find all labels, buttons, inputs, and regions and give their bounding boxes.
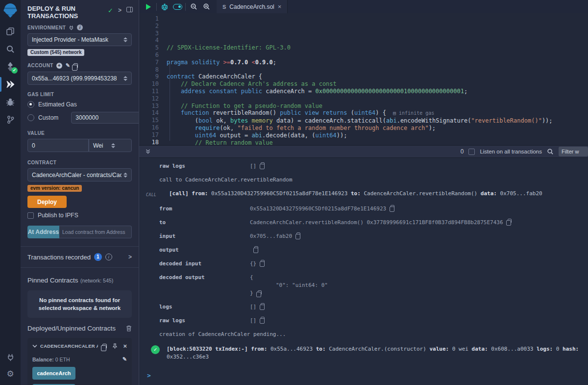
search-icon[interactable] (0, 40, 21, 58)
copy-icon[interactable] (261, 260, 265, 264)
code-line[interactable]: (bool ok, bytes memory data) = cadenceAr… (167, 117, 588, 125)
copy-icon[interactable] (254, 246, 258, 251)
evm-version-badge: evm version: cancun (27, 185, 82, 192)
copy-icon[interactable] (261, 317, 265, 321)
line-number: 11 (139, 88, 167, 95)
code-line[interactable] (167, 37, 588, 44)
deployed-contracts-title: Deployed/Unpinned Contracts (27, 325, 116, 332)
code-line[interactable] (167, 66, 588, 74)
edit-account-icon[interactable]: ✎ (66, 62, 71, 69)
transactions-recorded-label: Transactions recorded (27, 254, 91, 261)
custom-gas-option[interactable]: Custom (27, 112, 132, 124)
trash-icon[interactable] (126, 325, 132, 332)
tab-cadencearch-sol[interactable]: S CadenceArch.sol × (217, 0, 288, 13)
code-line[interactable]: address constant public cadenceArch = 0x… (167, 88, 588, 95)
code-editor[interactable]: 123456789101112131415161718 // SPDX-Lice… (139, 13, 588, 145)
terminal-prompt[interactable]: > (146, 372, 588, 379)
line-number: 3 (139, 30, 167, 37)
zoom-out-icon[interactable] (187, 3, 200, 10)
copy-icon[interactable] (261, 303, 265, 308)
editor-code[interactable]: // SPDX-License-Identifier: GPL-3.0 prag… (167, 15, 588, 145)
copy-account-icon[interactable] (74, 63, 78, 68)
at-address-button[interactable]: At Address (27, 226, 59, 238)
copy-address-icon[interactable] (102, 344, 107, 349)
environment-select[interactable]: Injected Provider - MetaMask (27, 33, 132, 46)
run-script-icon[interactable] (142, 4, 155, 10)
code-line[interactable]: // Function to get a pseudo-random value (167, 103, 588, 110)
estimated-gas-option[interactable]: Estimated Gas (27, 101, 132, 108)
contract-select[interactable]: CadenceArchCaler - contracts/Cac (27, 168, 132, 181)
contract-instance-title[interactable]: CADENCEARCHCALER AT 0X377 (40, 343, 98, 349)
account-select[interactable]: 0x55a...46923 (999.9999453238 (27, 72, 132, 85)
radio-selected-icon[interactable] (27, 101, 34, 108)
custom-gas-input[interactable] (71, 112, 139, 124)
filter-input[interactable] (559, 147, 588, 156)
tx-success-icon: ✓ (151, 345, 160, 354)
deployed-contract-card: CADENCEARCHCALER AT 0X377 × Balance: 0 E… (27, 338, 132, 385)
terminal-search-icon[interactable] (547, 148, 554, 155)
deploy-run-icon[interactable] (0, 76, 21, 93)
copy-icon[interactable] (258, 290, 262, 295)
terminal-row: CALL[call] from: 0x55a1320D432759960C5Df… (146, 190, 588, 199)
deploy-button[interactable]: Deploy (27, 196, 67, 208)
radio-unselected-icon[interactable] (27, 114, 34, 121)
at-address-input[interactable] (59, 226, 132, 238)
collapse-icon[interactable] (32, 344, 37, 348)
publish-ipfs-option[interactable]: Publish to IPFS (27, 212, 132, 219)
select-arrows-icon (123, 173, 127, 178)
remove-instance-icon[interactable]: × (123, 342, 127, 350)
edit-balance-icon[interactable]: ✎ (122, 356, 127, 362)
copy-icon[interactable] (508, 219, 512, 223)
transactions-expand-icon[interactable]: > (128, 254, 132, 260)
settings-icon[interactable]: ⚙ (0, 365, 21, 382)
terminal-body[interactable]: raw logs[]call to CadenceArchCaler.rever… (139, 158, 588, 385)
line-number: 6 (139, 51, 167, 59)
copy-icon[interactable] (261, 162, 265, 167)
gas-estimate-annotation: ▤ infinite gas (393, 110, 434, 116)
value-unit-select[interactable]: Wei (89, 139, 132, 152)
pinned-empty-message: No pinned contracts found forselected wo… (27, 290, 132, 318)
code-line[interactable]: // Declare Cadence Arch's address as a c… (167, 80, 588, 88)
compile-check-icon: ✓ (108, 7, 113, 14)
file-explorer-icon[interactable] (0, 23, 21, 40)
solidity-compiler-icon[interactable]: ✓ (0, 58, 21, 76)
pinned-contracts-header: Pinned Contracts (network: 545) (27, 276, 132, 284)
tab-close-icon[interactable]: × (278, 3, 282, 10)
code-line[interactable]: // Return random value (167, 139, 588, 145)
terminal-row: decoded output{ "0": "uint64: 0"} (146, 274, 588, 297)
code-line[interactable]: // SPDX-License-Identifier: GPL-3.0 (167, 44, 588, 51)
copy-icon[interactable] (391, 205, 394, 209)
code-line[interactable]: contract CadenceArchCaler { (167, 73, 588, 80)
value-input[interactable] (27, 139, 89, 152)
copy-icon[interactable] (296, 232, 300, 237)
code-line[interactable]: uint64 output = abi.decode(data, (uint64… (167, 132, 588, 139)
transactions-recorded-row[interactable]: Transactions recorded 1 i > (21, 247, 139, 267)
transactions-info-icon[interactable]: i (105, 254, 112, 260)
line-number: 14 (139, 109, 167, 117)
code-line[interactable]: pragma solidity >=0.7.0 <0.9.0; (167, 59, 588, 66)
publish-checkbox[interactable] (27, 212, 34, 219)
zoom-in-icon[interactable] (200, 3, 213, 10)
environment-info-icon[interactable]: i (77, 25, 83, 30)
code-line[interactable]: require(ok, "failed to fetch a random nu… (167, 125, 588, 132)
split-panel-icon[interactable] (126, 7, 133, 12)
git-icon[interactable] (0, 111, 21, 128)
pin-icon[interactable] (112, 343, 118, 349)
expand-panel-icon[interactable]: > (118, 7, 122, 14)
code-line[interactable] (167, 51, 588, 59)
remix-logo[interactable] (2, 2, 19, 19)
collapse-terminal-icon[interactable] (145, 149, 151, 154)
plugin-manager-icon[interactable] (0, 349, 21, 365)
code-line[interactable]: function revertibleRandom() public view … (167, 109, 588, 117)
value-label: VALUE (27, 130, 132, 136)
line-number: 9 (139, 73, 167, 80)
copilot-toggle-icon[interactable] (171, 4, 184, 10)
panel-title: DEPLOY & RUN TRANSACTIONS (27, 5, 91, 20)
listen-checkbox[interactable] (468, 149, 475, 155)
ai-assistant-icon[interactable] (158, 3, 171, 11)
contract-label: CONTRACT (27, 160, 132, 165)
cadence-arch-button[interactable]: cadenceArch (32, 367, 75, 380)
code-line[interactable] (167, 95, 588, 103)
debugger-icon[interactable] (0, 93, 21, 111)
add-account-icon[interactable]: + (56, 63, 62, 69)
